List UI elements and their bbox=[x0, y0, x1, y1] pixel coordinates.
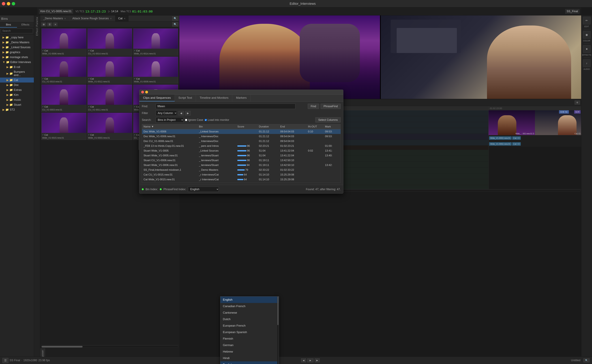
load-into-monitor-checkbox[interactable] bbox=[205, 119, 207, 121]
lang-item-european-spanish[interactable]: European Spanish bbox=[220, 329, 279, 335]
bin-scrollbar[interactable] bbox=[41, 346, 178, 348]
lang-item-english-2[interactable]: English bbox=[220, 361, 279, 364]
bin-view-frame[interactable]: ⊞ bbox=[41, 23, 46, 26]
col-header-duration[interactable]: Duration bbox=[257, 124, 279, 129]
bin-search-btn[interactable]: 🔍 bbox=[172, 16, 178, 20]
find-dialog-minimize[interactable] bbox=[145, 91, 148, 93]
result-row-10[interactable]: Cat Wide_V1-0015.new.01 _r Interviews/Ca… bbox=[142, 177, 340, 182]
edit-tool-btn[interactable]: ✏ bbox=[583, 17, 591, 24]
bin-tab-cat[interactable]: Cat ✕ bbox=[115, 15, 129, 21]
filter-next-btn[interactable]: ▶ bbox=[185, 111, 191, 115]
lang-item-cantonese[interactable]: Cantonese bbox=[220, 309, 279, 316]
tree-item-doc[interactable]: ▶ 📁 Doc bbox=[0, 83, 34, 87]
color-tool-btn[interactable]: ◉ bbox=[583, 31, 591, 39]
clip-item-6[interactable]: ✓Cat CU_V1-0003.new.01 bbox=[41, 84, 86, 112]
result-row-1[interactable]: Doc Wide_V1-0006.new.01 _ Interviews/Doc… bbox=[142, 134, 340, 139]
search-status-btn[interactable]: 🔍 bbox=[584, 358, 590, 362]
result-row-9[interactable]: Cat CU_V1-0015.new.01 _r Interviews/Cat … bbox=[142, 172, 340, 177]
maximize-button[interactable] bbox=[12, 2, 15, 5]
bin-view-list[interactable]: ☰ bbox=[47, 23, 52, 26]
timeline-settings-btn[interactable]: ⚙ bbox=[575, 101, 580, 104]
tree-item-cat[interactable]: ▶ 📁 Cat bbox=[0, 78, 34, 83]
tree-item-stuart[interactable]: ▶ 📁 Stuart bbox=[0, 102, 34, 107]
bin-tab-close-cat[interactable]: ✕ bbox=[124, 17, 126, 20]
col-header-mark[interactable]: Mark bbox=[324, 124, 340, 129]
col-header-bin[interactable]: Bin bbox=[198, 124, 236, 129]
clip-item-10[interactable]: ✓Cat Wide_V1-0003.new.01 bbox=[87, 113, 132, 140]
tree-item-linked-sources[interactable]: ▶ 📁 _Linked Sources bbox=[0, 45, 34, 50]
sequence-selector[interactable]: SS_Final bbox=[565, 9, 579, 13]
bin-tab-close-demo[interactable]: ✕ bbox=[64, 17, 66, 20]
find-dialog-close[interactable] bbox=[141, 91, 144, 93]
tab-effects[interactable]: Effects bbox=[17, 22, 34, 27]
lang-item-english[interactable]: English bbox=[220, 297, 279, 303]
language-select[interactable]: English Canadian French Cantonese Dutch … bbox=[188, 187, 219, 192]
clip-item-5[interactable]: ✓Cat Wide_V1-0008.new.01 bbox=[133, 57, 178, 84]
result-row-11[interactable]: Stuart CU_V1-0006.new.01 _ terviews/Stua… bbox=[142, 182, 340, 183]
clip-item-4[interactable]: ✓Cat Wide_V1-0012.new.01 bbox=[87, 57, 132, 84]
find-input[interactable] bbox=[156, 104, 295, 109]
result-row-8[interactable]: SS_Final,Interleaved mixdown,1 _ Demo Ma… bbox=[142, 168, 340, 172]
search-select[interactable]: Bins in Project Current Bin All Open Bin… bbox=[156, 117, 184, 123]
find-button[interactable]: Find bbox=[308, 104, 319, 109]
col-header-score[interactable]: Score bbox=[236, 124, 257, 129]
find-tab-markers[interactable]: Markers bbox=[232, 95, 251, 101]
tree-item-kim[interactable]: ▶ 📁 Kim bbox=[0, 92, 34, 97]
col-header-inout[interactable]: IN-OUT bbox=[306, 124, 323, 129]
find-results-container[interactable]: Name ▼ Bin Score Duration End IN-OUT Mar… bbox=[142, 124, 341, 183]
result-row-7[interactable]: Stuart Wide_V1-0006.new.01 _ terviews/St… bbox=[142, 163, 340, 168]
tree-item-editor-interviews[interactable]: ▼ 📁 Editor Interviews bbox=[0, 60, 34, 65]
clip-item-0[interactable]: ✓Cat Wide_V1-0006.new.01 bbox=[41, 28, 86, 56]
clip-item-9[interactable]: ✓Cat Wide_V1-0015.new.01 bbox=[41, 113, 86, 140]
lang-item-hebrew[interactable]: Hebrew bbox=[220, 348, 279, 355]
result-row-4[interactable]: Stuart Wide_V1-0005 _Linked Sources 96 5… bbox=[142, 149, 340, 153]
clip-item-3[interactable]: ✓Cat CU_V1-0010.new.01 bbox=[41, 57, 86, 84]
clip-item-2[interactable]: ✓Cat Wide_V1-0014.new.01 bbox=[133, 28, 178, 56]
bin-tab-close-attack[interactable]: ✕ bbox=[110, 17, 112, 20]
lang-item-european-french[interactable]: European French bbox=[220, 322, 279, 329]
tree-item-st2[interactable]: ▶ 📁 ST2 bbox=[0, 107, 34, 112]
tree-item-graphics[interactable]: ▶ 📁 graphics bbox=[0, 50, 34, 55]
audio-tool-btn[interactable]: ♪ bbox=[583, 59, 591, 67]
lang-item-canadian-french[interactable]: Canadian French bbox=[220, 303, 279, 309]
clip-item-7[interactable]: ✓Cat CU_V1-0011.new.01 bbox=[87, 84, 132, 112]
find-tab-script[interactable]: Script Text bbox=[175, 95, 196, 101]
effects-tool-btn[interactable]: ★ bbox=[583, 45, 591, 53]
tree-item-b-roll[interactable]: ▶ 📁 B roll bbox=[0, 65, 34, 70]
result-row-5[interactable]: Stuart Wide_V1-0005.new.01 _ terviews/St… bbox=[142, 153, 340, 158]
tree-item-bumpers[interactable]: ▶ 📁 Bumpers and... bbox=[0, 70, 34, 78]
col-header-end[interactable]: End bbox=[279, 124, 306, 129]
filter-select[interactable]: Any Column bbox=[156, 110, 177, 116]
tab-bins[interactable]: Bins bbox=[0, 22, 17, 27]
play-status-btn[interactable]: ▶ bbox=[307, 358, 313, 362]
hamburger-menu[interactable]: ☰ bbox=[2, 358, 8, 363]
select-columns-btn[interactable]: Select Columns bbox=[315, 117, 341, 123]
bin-tab-attack-scene[interactable]: Attack Scene Rough Sources ✕ bbox=[69, 15, 115, 21]
lang-item-hindi[interactable]: Hindi bbox=[220, 355, 279, 361]
lang-item-german[interactable]: German bbox=[220, 342, 279, 348]
bin-tab-demo-masters[interactable]: _Demo Masters ✕ bbox=[40, 15, 69, 21]
filter-prev-btn[interactable]: ◀ bbox=[179, 111, 184, 115]
tree-item-copy-here[interactable]: ▶ 📁 _copy here bbox=[0, 35, 34, 40]
sidebar-search-input[interactable] bbox=[1, 29, 33, 33]
phrase-find-button[interactable]: PhraseFind bbox=[321, 104, 341, 109]
tree-item-extras[interactable]: ▶ 📁 Extras bbox=[0, 87, 34, 92]
lang-popup-scrollbar[interactable] bbox=[277, 297, 279, 364]
tree-item-music[interactable]: ▶ 📁 music bbox=[0, 97, 34, 102]
col-header-name[interactable]: Name ▼ bbox=[142, 124, 198, 129]
result-row-6[interactable]: Stuart CU_V1-0006.new.01 _ terviews/Stua… bbox=[142, 158, 340, 163]
lang-item-flemish[interactable]: Flemish bbox=[220, 335, 279, 342]
lang-item-dutch[interactable]: Dutch bbox=[220, 316, 279, 322]
result-row-0[interactable]: Doc Wide_V1-0006 _Linked Sources 01:21:1… bbox=[142, 129, 340, 134]
find-tab-timeline[interactable]: Timeline and Monitors bbox=[196, 95, 232, 101]
result-row-3[interactable]: _FEB 13 no thirds.Copy.01.new.01 _ pers … bbox=[142, 144, 340, 149]
result-row-2[interactable]: Doc CU_V1-0006.new.01 _ Interviews/Doc 0… bbox=[142, 139, 340, 144]
minimize-button[interactable] bbox=[7, 2, 10, 5]
source-clip-selector[interactable]: Kim CU_V1-0005.new.01 bbox=[39, 9, 73, 13]
bin-search-icon[interactable]: 🔍 bbox=[172, 22, 178, 26]
bin-view-script[interactable]: ≡ bbox=[53, 23, 57, 26]
find-tab-clips[interactable]: Clips and Sequences bbox=[139, 95, 175, 101]
close-button[interactable] bbox=[2, 2, 5, 5]
clip-item-1[interactable]: ✓Cat CU_V1-0014.new.01 bbox=[87, 28, 132, 56]
ignore-case-checkbox[interactable] bbox=[185, 119, 187, 121]
